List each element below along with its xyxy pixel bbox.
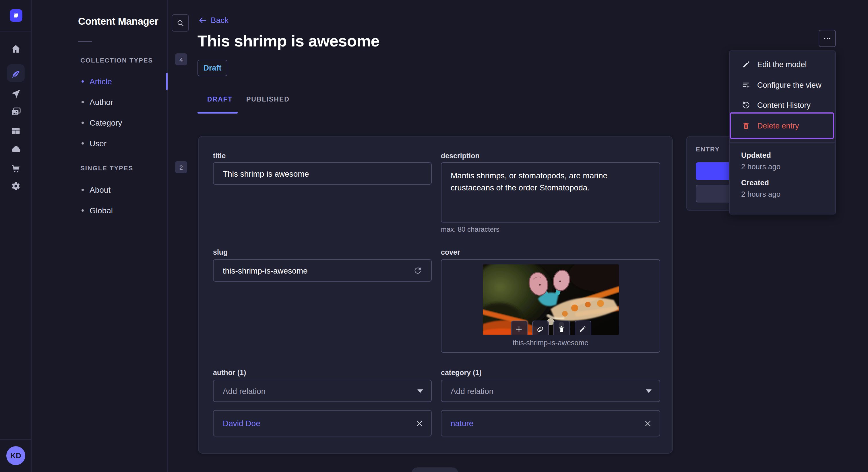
sidebar-divider — [78, 41, 92, 42]
sidebar-item-label: Global — [90, 206, 113, 215]
history-clock-icon — [742, 101, 750, 109]
delete-asset-button[interactable] — [553, 321, 570, 335]
marketplace-cart-icon[interactable] — [0, 162, 32, 175]
search-button[interactable] — [172, 14, 189, 32]
collection-types-count: 4 — [175, 53, 187, 65]
category-placeholder: Add relation — [451, 386, 493, 396]
title-field-label: title — [213, 152, 226, 160]
updated-label: Updated — [741, 151, 771, 160]
feather-icon[interactable] — [0, 68, 32, 81]
sidebar-item-author[interactable]: Author — [82, 98, 113, 107]
entry-panel-title: ENTRY — [696, 146, 720, 153]
bottom-pill — [412, 467, 458, 472]
arrow-left-icon — [198, 16, 207, 24]
back-label: Back — [211, 15, 228, 25]
cover-field-label: cover — [441, 248, 460, 256]
section-single-types: SINGLE TYPES — [81, 165, 133, 171]
author-relation-link[interactable]: David Doe — [223, 419, 260, 428]
user-avatar[interactable]: KD — [6, 446, 25, 465]
bullet-icon — [82, 122, 84, 124]
delete-entry-highlight-ring — [730, 112, 834, 139]
chevron-down-icon — [417, 389, 423, 393]
sidebar-item-global[interactable]: Global — [82, 206, 113, 215]
menu-divider — [730, 142, 835, 143]
copy-link-button[interactable] — [532, 321, 549, 335]
menu-item-label: Edit the model — [757, 60, 807, 69]
content-builder-icon[interactable] — [0, 124, 32, 138]
edit-form-card: title This shrimp is awesome description… — [198, 136, 673, 453]
strapi-logo[interactable] — [10, 9, 22, 22]
link-icon — [536, 325, 544, 333]
active-item-indicator — [166, 73, 167, 90]
sidebar-item-label: Category — [90, 118, 122, 127]
slug-field-label: slug — [213, 248, 228, 256]
sidebar-item-user[interactable]: User — [82, 139, 106, 148]
home-icon[interactable] — [0, 42, 32, 56]
search-icon — [176, 19, 185, 27]
remove-relation-icon[interactable] — [415, 419, 423, 427]
plus-icon — [515, 325, 523, 333]
cover-field: this-shrimp-is-awesome — [441, 259, 660, 353]
category-relation-item: nature — [441, 410, 660, 436]
slug-input[interactable]: this-shrimp-is-awesome — [213, 259, 432, 281]
sidebar-title: Content Manager — [78, 15, 158, 28]
remove-relation-icon[interactable] — [644, 419, 652, 427]
back-link[interactable]: Back — [198, 15, 228, 25]
updated-value: 2 hours ago — [741, 162, 780, 171]
sidebar-item-article[interactable]: Article — [82, 77, 112, 86]
trash-icon — [557, 325, 565, 333]
strapi-admin: KD Content Manager COLLECTION TYPES 4 Ar… — [0, 0, 868, 472]
category-relation-link[interactable]: nature — [451, 419, 473, 428]
bullet-icon — [82, 80, 84, 82]
sidebar-item-label: Author — [90, 98, 113, 107]
cover-actions — [483, 321, 619, 335]
bullet-icon — [82, 189, 84, 191]
tab-active-underline — [197, 112, 238, 113]
rail-divider — [0, 32, 32, 32]
menu-item-label: Configure the view — [757, 80, 822, 89]
list-plus-icon — [742, 80, 750, 89]
bullet-icon — [82, 209, 84, 212]
cover-filename: this-shrimp-is-awesome — [441, 339, 660, 347]
strapi-logo-icon — [12, 11, 20, 20]
sidebar-item-about[interactable]: About — [82, 185, 111, 194]
cloud-icon[interactable] — [0, 142, 32, 156]
title-input[interactable]: This shrimp is awesome — [213, 162, 432, 185]
author-relation-select[interactable]: Add relation — [213, 380, 432, 402]
settings-gear-icon[interactable] — [0, 179, 32, 193]
author-field-label: author (1) — [213, 369, 246, 377]
rail-bottom-divider — [0, 439, 32, 440]
status-badge: Draft — [197, 60, 227, 76]
regenerate-icon[interactable] — [413, 266, 422, 275]
menu-item-configure-view[interactable]: Configure the view — [730, 74, 835, 95]
nav-rail: KD — [0, 0, 32, 472]
category-relation-select[interactable]: Add relation — [441, 380, 660, 402]
pencil-icon — [579, 325, 587, 333]
category-field-label: category (1) — [441, 369, 482, 377]
cover-image[interactable] — [483, 264, 619, 335]
tab-published[interactable]: PUBLISHED — [246, 96, 290, 103]
edit-asset-button[interactable] — [575, 321, 591, 335]
tab-draft[interactable]: DRAFT — [207, 96, 232, 103]
menu-item-label: Content History — [757, 101, 811, 109]
more-actions-button[interactable] — [818, 30, 836, 47]
sidebar-item-label: About — [90, 185, 111, 194]
paper-plane-icon[interactable] — [0, 87, 32, 100]
menu-item-edit-model[interactable]: Edit the model — [730, 54, 835, 74]
sidebar-item-category[interactable]: Category — [82, 118, 122, 127]
screen: KD Content Manager COLLECTION TYPES 4 Ar… — [0, 0, 868, 472]
author-placeholder: Add relation — [223, 386, 266, 396]
page-title: This shrimp is awesome — [197, 32, 379, 50]
bullet-icon — [82, 101, 84, 103]
sidebar-item-label: User — [90, 139, 106, 148]
ellipsis-icon — [823, 34, 832, 43]
description-field-label: description — [441, 152, 479, 160]
created-label: Created — [741, 178, 769, 187]
chevron-down-icon — [646, 389, 652, 393]
media-library-icon[interactable] — [0, 105, 32, 119]
author-relation-item: David Doe — [213, 410, 432, 436]
pencil-icon — [742, 60, 750, 69]
description-hint: max. 80 characters — [441, 225, 499, 233]
description-textarea[interactable]: Mantis shrimps, or stomatopods, are mari… — [441, 162, 660, 223]
add-asset-button[interactable] — [510, 321, 527, 335]
